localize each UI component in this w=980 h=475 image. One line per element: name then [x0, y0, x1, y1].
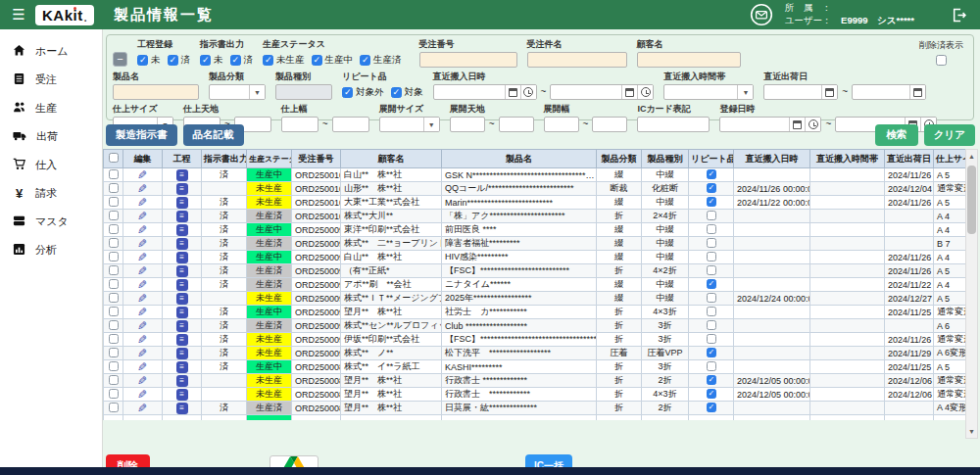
process-cell[interactable]: ≡	[163, 168, 202, 182]
process-cell[interactable]: ≡	[163, 264, 202, 278]
repeat-excluded-checkbox[interactable]	[342, 87, 353, 98]
repeat-cell[interactable]	[689, 210, 734, 223]
edit-pencil-icon[interactable]: ✎	[137, 224, 147, 236]
repeat-cell[interactable]	[689, 292, 734, 306]
process-clipboard-icon[interactable]: ≡	[176, 375, 188, 387]
date-input[interactable]	[764, 85, 821, 99]
row-select-checkbox[interactable]	[109, 334, 119, 344]
row-select-checkbox[interactable]	[109, 307, 119, 316]
row-select-cell[interactable]	[104, 223, 123, 237]
repeat-cell[interactable]	[689, 374, 734, 388]
edit-cell[interactable]	[123, 415, 163, 420]
process-clipboard-icon[interactable]: ≡	[176, 403, 188, 414]
status-inproduction-checkbox[interactable]	[312, 55, 322, 66]
process-cell[interactable]	[163, 415, 202, 420]
repeat-cell[interactable]	[689, 319, 734, 333]
edit-pencil-icon[interactable]: ✎	[137, 279, 147, 291]
recent-delivery-timeband-select[interactable]: ▼	[663, 84, 754, 100]
process-cell[interactable]: ≡	[163, 237, 202, 251]
row-select-checkbox[interactable]	[109, 403, 119, 412]
process-cell[interactable]: ≡	[163, 374, 202, 388]
manufacturing-instruction-button[interactable]: 製造指示書	[106, 124, 177, 146]
product-category-select[interactable]: ▼	[209, 84, 266, 100]
process-cell[interactable]: ≡	[163, 251, 202, 264]
edit-pencil-icon[interactable]: ✎	[137, 197, 147, 209]
row-select-checkbox[interactable]	[109, 348, 119, 357]
sidebar-item-master[interactable]: マスタ	[0, 208, 102, 236]
recent-ship-from-input[interactable]	[763, 84, 838, 100]
repeat-checkbox[interactable]	[707, 307, 716, 316]
clock-icon[interactable]	[520, 85, 536, 99]
scroll-up-icon[interactable]: ▲	[966, 150, 977, 163]
edit-cell[interactable]: ✎	[123, 306, 163, 319]
edit-pencil-icon[interactable]: ✎	[137, 375, 147, 387]
repeat-checkbox[interactable]	[707, 375, 716, 385]
process-cell[interactable]: ≡	[163, 388, 202, 402]
customer-name-input[interactable]	[637, 52, 741, 68]
row-select-checkbox[interactable]	[109, 169, 119, 179]
process-cell[interactable]: ≡	[163, 360, 202, 374]
row-select-cell[interactable]	[104, 333, 123, 347]
repeat-cell[interactable]	[689, 402, 734, 415]
edit-cell[interactable]: ✎	[123, 278, 163, 292]
repeat-checkbox[interactable]	[707, 348, 716, 357]
edit-pencil-icon[interactable]: ✎	[137, 403, 147, 414]
edit-cell[interactable]: ✎	[123, 319, 163, 333]
edit-pencil-icon[interactable]: ✎	[137, 334, 147, 346]
repeat-cell[interactable]	[689, 333, 734, 347]
delete-button[interactable]: 削除	[106, 454, 150, 467]
search-button[interactable]: 検索	[875, 124, 918, 146]
row-select-checkbox[interactable]	[109, 375, 119, 385]
row-select-cell[interactable]	[104, 402, 123, 415]
process-cell[interactable]: ≡	[163, 210, 202, 223]
repeat-checkbox[interactable]	[707, 361, 716, 371]
process-cell[interactable]: ≡	[163, 223, 202, 237]
row-select-cell[interactable]	[104, 319, 123, 333]
recent-ship-to-input[interactable]	[852, 84, 926, 100]
process-clipboard-icon[interactable]: ≡	[176, 293, 188, 305]
process-cell[interactable]: ≡	[163, 196, 202, 210]
process-clipboard-icon[interactable]: ≡	[176, 224, 188, 236]
sidebar-item-orders[interactable]: 受注	[0, 66, 102, 94]
calendar-icon[interactable]	[621, 85, 637, 99]
edit-pencil-icon[interactable]: ✎	[137, 389, 147, 401]
row-select-cell[interactable]	[104, 292, 123, 306]
edit-pencil-icon[interactable]: ✎	[137, 252, 147, 263]
row-select-cell[interactable]	[104, 168, 123, 182]
repeat-cell[interactable]	[689, 415, 734, 420]
repeat-cell[interactable]	[689, 223, 734, 237]
process-clipboard-icon[interactable]: ≡	[176, 211, 188, 222]
process-cell[interactable]: ≡	[163, 182, 202, 196]
process-cell[interactable]: ≡	[163, 402, 202, 415]
process-cell[interactable]: ≡	[163, 278, 202, 292]
hamburger-menu-icon[interactable]: ☰	[8, 4, 29, 25]
repeat-included-checkbox[interactable]	[391, 87, 402, 98]
repeat-cell[interactable]	[689, 182, 734, 196]
status-produced-checkbox[interactable]	[360, 55, 370, 66]
calendar-icon[interactable]	[505, 85, 520, 99]
sidebar-item-shipping[interactable]: 出荷	[0, 122, 102, 151]
product-name-input[interactable]	[113, 84, 199, 100]
logout-icon[interactable]	[952, 8, 966, 23]
row-select-cell[interactable]	[104, 347, 123, 360]
edit-cell[interactable]: ✎	[123, 182, 163, 196]
edit-pencil-icon[interactable]: ✎	[137, 238, 147, 250]
recent-delivery-from-input[interactable]	[433, 84, 537, 100]
process-clipboard-icon[interactable]: ≡	[176, 334, 188, 346]
process-clipboard-icon[interactable]: ≡	[176, 197, 188, 209]
row-select-checkbox[interactable]	[109, 293, 119, 303]
row-select-cell[interactable]	[104, 237, 123, 251]
calendar-icon[interactable]	[909, 85, 925, 99]
process-clipboard-icon[interactable]: ≡	[176, 348, 188, 359]
repeat-cell[interactable]	[689, 168, 734, 182]
row-select-cell[interactable]	[104, 182, 123, 196]
process-clipboard-icon[interactable]: ≡	[176, 307, 188, 318]
edit-cell[interactable]: ✎	[123, 168, 163, 182]
select-all-checkbox[interactable]	[109, 153, 119, 163]
mail-icon[interactable]	[750, 3, 773, 26]
process-register-done-checkbox[interactable]	[168, 55, 178, 66]
edit-pencil-icon[interactable]: ✎	[137, 211, 147, 222]
order-title-input[interactable]	[527, 52, 627, 68]
process-cell[interactable]: ≡	[163, 306, 202, 319]
repeat-checkbox[interactable]	[707, 334, 716, 344]
